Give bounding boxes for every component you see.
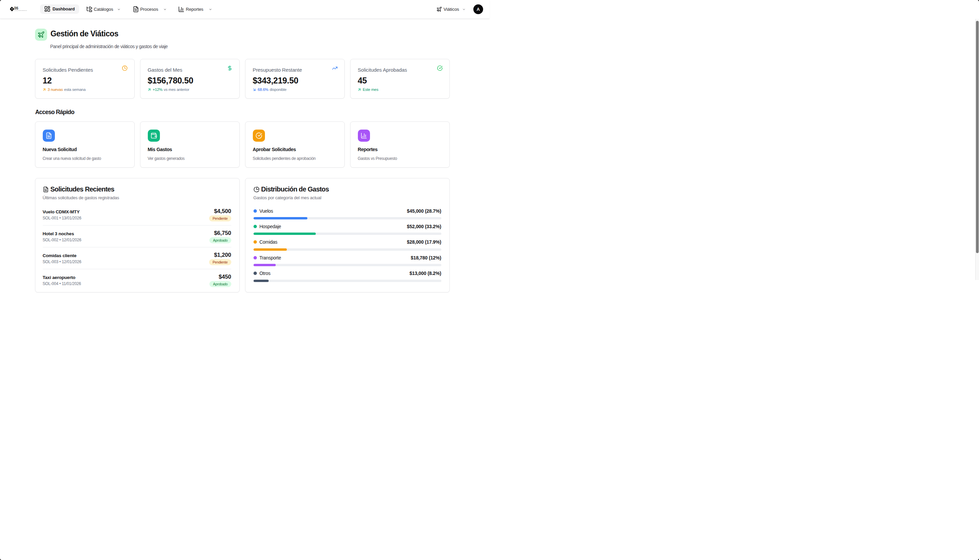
svg-text:DIS: DIS	[15, 6, 18, 10]
svg-text:DESARROLLOS INTEGRALES EN SOFT: DESARROLLOS INTEGRALES EN SOFTWARE	[15, 10, 27, 11]
